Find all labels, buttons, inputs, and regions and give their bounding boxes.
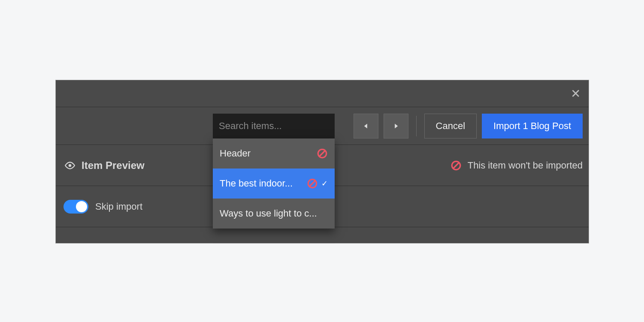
item-preview-title-group: Item Preview [64,159,145,172]
next-button[interactable] [384,114,408,138]
dialog-bottom-strip [56,227,589,243]
dropdown-item-label: The best indoor... [220,178,303,189]
check-icon: ✓ [321,179,328,188]
dropdown-item-label: Header [220,148,313,159]
dropdown-item-header[interactable]: Header [213,138,335,169]
forbidden-icon [450,160,462,171]
close-icon: ✕ [571,87,581,101]
cancel-button[interactable]: Cancel [424,114,477,138]
triangle-right-icon [393,123,399,129]
import-warning-text: This item won't be imported [468,160,583,171]
svg-point-6 [69,164,72,167]
search-dropdown: Header The best indoor... ✓ Ways to use … [213,138,335,229]
svg-line-1 [320,151,325,156]
eye-icon [64,160,76,171]
skip-import-toggle[interactable] [63,200,88,214]
svg-marker-4 [364,123,367,128]
svg-line-8 [453,163,459,168]
dialog-toolbar: Header The best indoor... ✓ Ways to use … [56,107,589,145]
import-button-label: Import 1 Blog Post [493,120,571,132]
cancel-button-label: Cancel [436,120,465,132]
svg-marker-5 [395,123,398,128]
import-warning: This item won't be imported [450,160,583,171]
item-preview-title: Item Preview [82,159,145,172]
forbidden-icon [307,178,318,189]
triangle-left-icon [363,123,369,129]
prev-button[interactable] [354,114,378,138]
svg-line-3 [310,181,315,187]
forbidden-icon [317,148,328,159]
toolbar-divider [416,116,417,136]
dropdown-item-ways-light[interactable]: Ways to use light to c... [213,199,335,229]
dropdown-item-label: Ways to use light to c... [220,208,328,219]
search-dropdown-container: Header The best indoor... ✓ Ways to use … [213,114,335,138]
dropdown-item-best-indoor[interactable]: The best indoor... ✓ [213,169,335,199]
import-button[interactable]: Import 1 Blog Post [482,114,583,138]
dialog-topbar: ✕ [56,80,589,107]
nav-button-group [354,114,408,138]
search-input[interactable] [213,114,335,138]
import-dialog: ✕ Header The best indoor... ✓ [56,80,589,243]
skip-import-label: Skip import [95,201,142,212]
close-button[interactable]: ✕ [568,86,583,101]
toggle-knob [76,201,87,212]
